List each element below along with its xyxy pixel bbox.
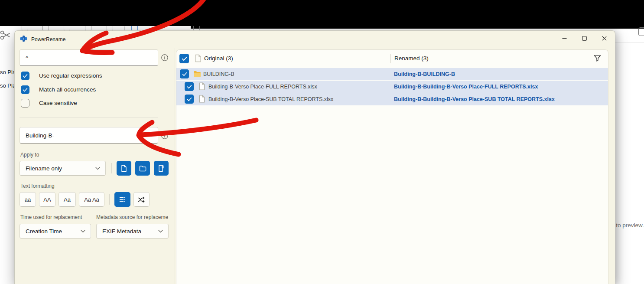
minimize-button[interactable] <box>554 31 574 46</box>
checkbox-checked[interactable] <box>21 72 29 80</box>
metadata-source-label: Metadata source for replaceme <box>96 214 171 220</box>
apply-to-dropdown[interactable]: Filename only <box>20 161 106 176</box>
enumerate-items-icon <box>119 196 126 203</box>
checkbox-unchecked[interactable] <box>21 99 29 108</box>
explorer-toolbar-border <box>615 42 644 42</box>
chevron-down-icon <box>81 230 85 233</box>
file-icon <box>199 82 205 90</box>
search-info-icon[interactable] <box>161 54 169 62</box>
explorer-filename-fragment: so Pla <box>0 82 14 89</box>
renamed-name: Building-B-Building-B-Verso Place-FULL R… <box>394 84 538 90</box>
shuffle-icon <box>138 196 145 203</box>
apply-buttons-divider <box>111 163 112 173</box>
chevron-down-icon <box>95 167 100 170</box>
folder-icon <box>193 71 201 77</box>
window-title: PowerRename <box>31 36 65 43</box>
apply-file-button[interactable] <box>117 161 131 176</box>
filter-button[interactable] <box>593 55 601 62</box>
format-titlecase-button[interactable]: Aa <box>59 192 76 207</box>
option-match-all[interactable]: Match all occurrences <box>21 85 96 94</box>
apply-to-label: Apply to <box>20 152 39 158</box>
explorer-filename-fragment: so Pla <box>0 69 14 75</box>
row-checkbox[interactable] <box>185 82 194 91</box>
top-black-bar <box>0 0 644 26</box>
file-icon <box>199 95 205 103</box>
explorer-app-icon-fragment <box>638 27 644 36</box>
format-randomize-button[interactable] <box>133 192 150 207</box>
replace-info-icon[interactable] <box>161 132 169 140</box>
format-divider <box>109 194 110 205</box>
row-checkbox[interactable] <box>180 69 189 78</box>
rename-preview-list: Original (3) Renamed (3) BUILDING-B Buil… <box>176 49 608 284</box>
top-black-bar-right <box>191 26 644 29</box>
filter-funnel-icon <box>594 55 601 62</box>
format-lowercase-button[interactable]: aa <box>20 192 36 207</box>
option-label: Case sensitive <box>39 99 77 108</box>
format-enumerate-button[interactable] <box>114 192 130 207</box>
checkbox-checked[interactable] <box>21 85 29 94</box>
metadata-source-dropdown[interactable]: EXIF Metadata <box>96 224 169 238</box>
list-row-file[interactable]: Building-B-Verso Place-FULL REPORTS.xlsx… <box>176 81 608 93</box>
file-column-icon <box>195 54 202 62</box>
panel-list-divider <box>175 48 175 284</box>
time-replacement-label: Time used for replacement <box>20 214 82 220</box>
file-extension-icon <box>158 165 165 172</box>
search-for-input[interactable] <box>20 49 158 66</box>
option-case-sensitive[interactable]: Case sensitive <box>21 99 77 108</box>
original-name: Building-B-Verso Place-FULL REPORTS.xlsx <box>208 84 317 90</box>
list-row-file[interactable]: Building-B-Verso Place-SUB TOTAL REPORTS… <box>176 93 608 105</box>
replace-with-input[interactable] <box>20 127 158 144</box>
time-replacement-value: Creation Time <box>26 228 62 235</box>
row-checkbox[interactable] <box>185 95 194 104</box>
renamed-column-header[interactable]: Renamed (3) <box>394 55 429 62</box>
powerrename-app-icon <box>20 35 27 42</box>
option-label: Match all occurrences <box>39 85 96 94</box>
original-name: BUILDING-B <box>203 71 234 77</box>
close-button[interactable] <box>594 31 614 46</box>
panel-section-divider <box>20 118 158 118</box>
list-row-folder[interactable]: BUILDING-B Building-B-BUILDING-B <box>176 68 608 80</box>
apply-to-value: Filename only <box>26 165 62 172</box>
file-icon <box>120 165 127 172</box>
metadata-source-value: EXIF Metadata <box>102 228 141 235</box>
time-replacement-dropdown[interactable]: Creation Time <box>20 224 91 238</box>
format-capitalize-button[interactable]: Aa Aa <box>79 192 104 207</box>
powerrename-window: PowerRename Use regular expressions Matc… <box>14 30 615 284</box>
original-name: Building-B-Verso Place-SUB TOTAL REPORTS… <box>208 96 333 102</box>
apply-extension-button[interactable] <box>154 161 169 176</box>
option-use-regex[interactable]: Use regular expressions <box>21 72 102 80</box>
close-icon <box>602 36 607 41</box>
select-all-checkbox[interactable] <box>179 54 189 63</box>
renamed-name: Building-B-Building-B-Verso Place-SUB TO… <box>394 96 555 102</box>
apply-folder-button[interactable] <box>135 161 150 176</box>
screen: so Pla so Pla le to preview. PowerRename <box>0 0 644 284</box>
original-column-header[interactable]: Original (3) <box>204 55 233 62</box>
format-uppercase-button[interactable]: AA <box>39 192 55 207</box>
renamed-name: Building-B-BUILDING-B <box>394 71 455 77</box>
column-divider <box>390 54 391 63</box>
folder-icon <box>139 165 146 172</box>
cut-scissors-icon[interactable] <box>0 29 11 41</box>
maximize-button[interactable] <box>574 31 594 46</box>
toolbar-divider-fragment <box>124 26 125 30</box>
minimize-icon <box>562 36 567 41</box>
maximize-icon <box>582 36 587 41</box>
text-formatting-label: Text formatting <box>20 183 55 189</box>
option-label: Use regular expressions <box>39 72 102 80</box>
chevron-down-icon <box>158 230 163 233</box>
